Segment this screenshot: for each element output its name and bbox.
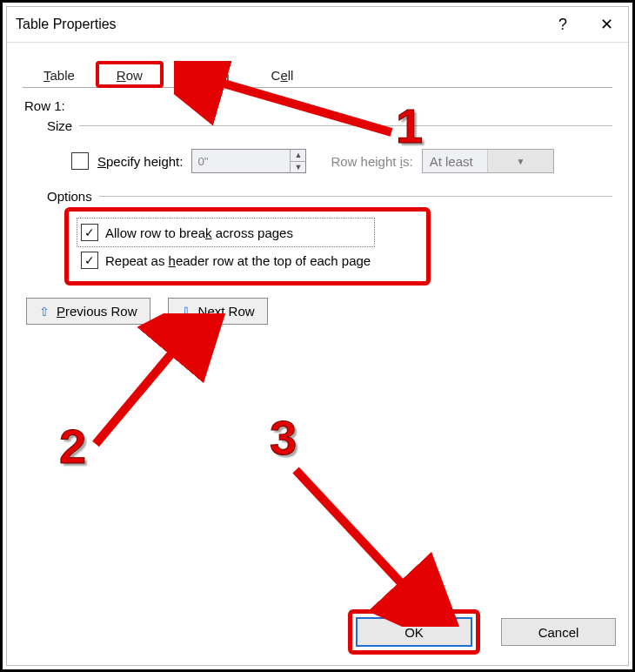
ok-button[interactable]: OK xyxy=(356,617,472,647)
allow-break-label: Allow row to break across pages xyxy=(105,225,293,240)
divider xyxy=(99,196,612,197)
close-button[interactable]: ✕ xyxy=(585,7,628,42)
row-height-mode-value: At least xyxy=(423,154,488,169)
row-indicator: Row 1: xyxy=(24,98,612,113)
spinner-up-icon[interactable]: ▲ xyxy=(291,150,305,162)
specify-height-checkbox[interactable] xyxy=(71,152,89,170)
divider xyxy=(79,125,612,126)
spinner-down-icon[interactable]: ▼ xyxy=(291,162,305,173)
dialog-content: Table Row Column Cell Row 1: Size Specif… xyxy=(7,43,628,325)
help-button[interactable]: ? xyxy=(541,7,585,42)
table-properties-dialog: Table Properties ? ✕ Table Row Column Ce… xyxy=(6,6,629,666)
spinner-arrows[interactable]: ▲ ▼ xyxy=(290,150,305,172)
cancel-button[interactable]: Cancel xyxy=(501,618,616,646)
height-spinner[interactable]: ▲ ▼ xyxy=(191,149,306,173)
height-input[interactable] xyxy=(192,150,290,172)
tab-cell[interactable]: Cell xyxy=(251,61,315,88)
nav-row: ⇧ Previous Row ⇩ Next Row xyxy=(26,298,612,325)
next-row-label: Next Row xyxy=(198,304,255,319)
option-allow-break[interactable]: ✓ Allow row to break across pages xyxy=(77,218,374,246)
row-height-mode-combo[interactable]: At least ▼ xyxy=(422,149,554,173)
allow-break-checkbox[interactable]: ✓ xyxy=(81,224,98,241)
options-group-label: Options xyxy=(47,189,612,204)
option-repeat-header[interactable]: ✓ Repeat as header row at the top of eac… xyxy=(77,246,374,274)
size-row: Specify height: ▲ ▼ Row height is: At le… xyxy=(71,149,612,173)
tab-row[interactable]: Row xyxy=(96,61,164,88)
close-icon: ✕ xyxy=(600,15,613,34)
options-highlight-box: ✓ Allow row to break across pages ✓ Repe… xyxy=(64,207,431,286)
repeat-header-label: Repeat as header row at the top of each … xyxy=(105,253,371,268)
repeat-header-checkbox[interactable]: ✓ xyxy=(81,252,98,269)
previous-row-label: Previous Row xyxy=(57,304,137,319)
arrow-up-icon: ⇧ xyxy=(39,305,50,319)
previous-row-button[interactable]: ⇧ Previous Row xyxy=(26,298,150,325)
row-height-is-label: Row height is: xyxy=(331,154,412,169)
arrow-down-icon: ⇩ xyxy=(181,305,191,319)
tab-bar: Table Row Column Cell xyxy=(23,60,612,88)
dialog-button-bar: OK Cancel xyxy=(348,609,616,655)
titlebar: Table Properties ? ✕ xyxy=(7,7,628,43)
specify-height-label: Specify height: xyxy=(97,154,183,169)
dialog-title: Table Properties xyxy=(16,17,541,32)
next-row-button[interactable]: ⇩ Next Row xyxy=(168,298,268,325)
ok-highlight-box: OK xyxy=(348,609,480,655)
tab-column[interactable]: Column xyxy=(164,61,251,88)
chevron-down-icon: ▼ xyxy=(487,150,553,172)
tab-table[interactable]: Table xyxy=(23,61,96,88)
size-group-label: Size xyxy=(47,118,612,133)
help-icon: ? xyxy=(558,16,567,34)
